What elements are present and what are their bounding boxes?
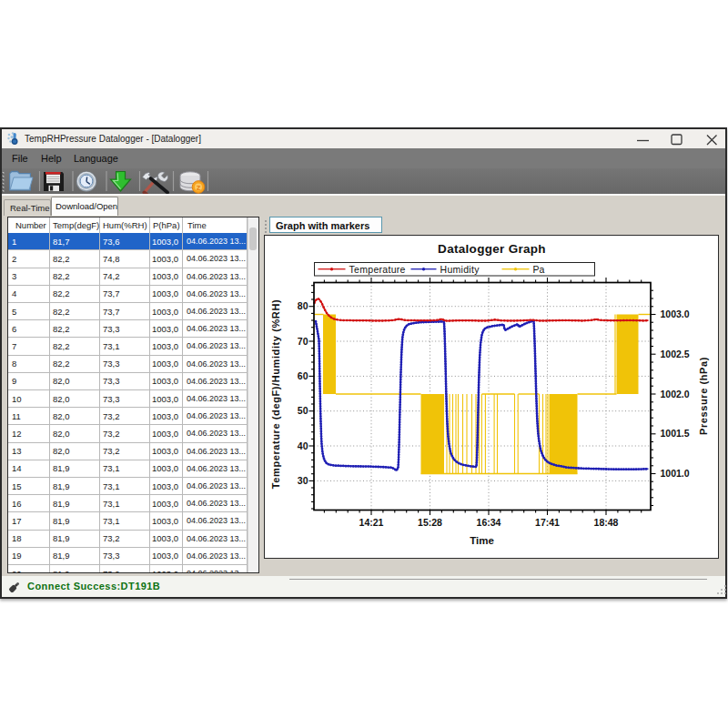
svg-text:15:28: 15:28: [418, 517, 442, 528]
svg-text:80: 80: [297, 300, 308, 311]
svg-text:Datalogger Graph: Datalogger Graph: [438, 242, 546, 256]
svg-text:40: 40: [297, 440, 308, 451]
svg-text:1003.0: 1003.0: [660, 308, 689, 319]
svg-text:17:41: 17:41: [535, 517, 560, 528]
svg-text:1001.0: 1001.0: [660, 468, 689, 479]
svg-text:60: 60: [297, 370, 308, 381]
svg-text:Temperature: Temperature: [349, 264, 405, 275]
svg-text:70: 70: [297, 336, 308, 347]
svg-text:18:48: 18:48: [593, 517, 618, 528]
svg-text:16:34: 16:34: [476, 517, 500, 528]
svg-text:1001.5: 1001.5: [660, 428, 689, 439]
svg-text:Pa: Pa: [532, 264, 544, 275]
svg-text:Temperature (degF)/Humidity (%: Temperature (degF)/Humidity (%RH): [270, 299, 281, 489]
svg-text:z: z: [197, 182, 201, 192]
svg-text:Pressure (hPa): Pressure (hPa): [697, 357, 708, 435]
svg-text:Time: Time: [470, 535, 494, 546]
svg-text:30: 30: [297, 475, 308, 486]
svg-text:1002.5: 1002.5: [660, 349, 689, 359]
svg-text:Humidity: Humidity: [440, 264, 480, 275]
svg-text:50: 50: [297, 405, 308, 416]
svg-text:1002.0: 1002.0: [660, 389, 689, 399]
svg-text:14:21: 14:21: [359, 517, 383, 528]
